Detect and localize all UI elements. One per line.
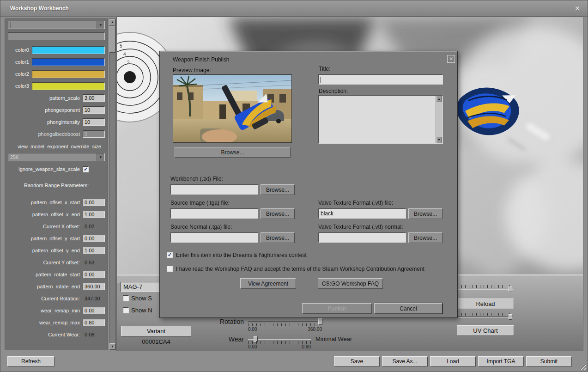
workbench-file-input[interactable] — [170, 184, 258, 195]
phongexponent-field[interactable]: 10 — [83, 106, 105, 114]
show-normal-checkbox[interactable]: Show N — [123, 307, 163, 314]
pattern-rotate-end-field[interactable]: 360.00 — [83, 283, 105, 290]
import-tga-button[interactable]: Import TGA — [478, 356, 524, 366]
title-input[interactable] — [318, 74, 443, 85]
vtf-normal-input[interactable] — [318, 232, 406, 243]
agreement-checkbox[interactable]: I have read the Workshop FAQ and accept … — [167, 266, 424, 272]
rotation-slider[interactable]: 0.00 360.00 — [248, 318, 322, 329]
window-titlebar[interactable]: Workshop Workbench ✕ — [0, 0, 588, 17]
source-normal-input[interactable] — [170, 232, 258, 243]
wear-slider[interactable]: 0.00 0.80 — [248, 336, 311, 347]
scroll-up-icon[interactable]: ▲ — [109, 19, 115, 25]
vtf-file-input[interactable] — [318, 208, 406, 219]
description-textarea[interactable]: ▲ ▼ — [318, 95, 443, 144]
phongintensity-field[interactable]: 10 — [83, 118, 105, 126]
color2-label: color2 — [8, 71, 32, 77]
checkbox-unchecked-icon[interactable] — [167, 266, 173, 272]
vtf-normal-browse-button[interactable]: Browse... — [408, 232, 443, 243]
window-resize-grip[interactable] — [579, 363, 586, 370]
description-scrollbar[interactable]: ▲ ▼ — [436, 96, 443, 143]
panel-scrollbar[interactable]: ▲ ▼ — [109, 18, 116, 350]
workshop-faq-label: CS:GO Workshop FAQ — [322, 281, 379, 287]
color2-swatch[interactable] — [32, 70, 105, 78]
source-normal-browse-button[interactable]: Browse... — [261, 232, 295, 243]
current-y-offset-value: 0.53 — [83, 260, 105, 265]
scrollbar-thumb[interactable] — [109, 26, 115, 53]
pattern-offset-x-end-label: pattern_offset_x_end — [8, 212, 83, 217]
current-rotation-label: Current Rotation: — [8, 296, 83, 301]
submit-button[interactable]: Submit — [526, 356, 572, 366]
workbench-file-label: Workbench (.txt) File: — [170, 176, 223, 182]
wear-max-label: 0.80 — [302, 344, 311, 349]
wear-remap-min-label: wear_remap_min — [8, 308, 83, 313]
cancel-button[interactable]: Cancel — [374, 303, 443, 314]
workshop-faq-button[interactable]: CS:GO Workshop FAQ — [318, 278, 383, 289]
cancel-label: Cancel — [400, 305, 417, 312]
scroll-down-icon[interactable]: ▼ — [109, 343, 115, 350]
contest-checkbox-label: Enter this item into the Dreams & Nightm… — [176, 252, 307, 258]
load-button[interactable]: Load — [430, 356, 476, 366]
import-tga-label: Import TGA — [487, 358, 515, 365]
slider-thumb[interactable] — [509, 287, 512, 292]
browse-label: Browse... — [266, 211, 289, 217]
pattern-offset-y-start-field[interactable]: 0.00 — [83, 235, 105, 242]
refresh-button[interactable]: Refresh — [7, 356, 55, 366]
view-model-size-combo[interactable]: 256 ▼ — [8, 153, 105, 161]
scroll-up-icon[interactable]: ▲ — [436, 96, 442, 102]
save-button[interactable]: Save — [334, 356, 380, 366]
source-normal-label: Source Normal (.tga) file: — [170, 224, 232, 230]
reload-button-label: Reload — [476, 300, 495, 307]
wear-remap-min-field[interactable]: 0.00 — [83, 307, 105, 314]
view-agreement-button[interactable]: View Agreement — [240, 278, 296, 289]
pattern-offset-x-start-field[interactable]: 0.00 — [83, 199, 105, 206]
color0-swatch[interactable] — [32, 46, 105, 54]
wear-remap-max-field[interactable]: 0.80 — [83, 319, 105, 326]
slider-ticks — [458, 285, 513, 288]
checkbox-icon — [123, 307, 129, 313]
show-seams-label: Show S — [131, 295, 152, 302]
workbench-browse-button[interactable]: Browse... — [261, 184, 295, 195]
right-slider-top[interactable] — [458, 285, 513, 293]
contest-checkbox[interactable]: ✓ Enter this item into the Dreams & Nigh… — [167, 252, 307, 258]
target-number: 3 — [127, 60, 130, 65]
wear-tier-label: Minimal Wear — [315, 335, 352, 342]
chevron-down-icon[interactable]: ▼ — [97, 21, 104, 29]
variant-button[interactable]: Variant — [121, 326, 191, 336]
pattern-name-input[interactable] — [8, 32, 105, 40]
preview-screenshot — [173, 75, 291, 142]
pattern-scale-label: pattern_scale — [8, 95, 83, 101]
vtf-file-browse-button[interactable]: Browse... — [408, 208, 443, 219]
show-seams-checkbox[interactable]: Show S — [123, 295, 163, 302]
source-image-browse-button[interactable]: Browse... — [261, 208, 295, 219]
dialog-close-icon[interactable]: ✕ — [447, 55, 455, 63]
color1-swatch[interactable] — [32, 58, 105, 66]
rotation-min-label: 0.00 — [248, 327, 257, 332]
pattern-scale-field[interactable]: 3.00 — [83, 94, 105, 102]
scroll-down-icon[interactable]: ▼ — [436, 137, 442, 143]
source-image-input[interactable] — [170, 208, 258, 219]
pattern-offset-x-end-field[interactable]: 1.00 — [83, 211, 105, 218]
save-as-button[interactable]: Save As... — [382, 356, 428, 366]
checkbox-checked-icon[interactable]: ✓ — [167, 252, 173, 258]
ignore-weapon-size-checkbox[interactable]: ✓ — [83, 166, 89, 172]
random-range-header: Random Range Parameters: — [8, 183, 105, 190]
pattern-offset-y-end-label: pattern_offset_y_end — [8, 248, 83, 253]
current-y-offset-label: Current Y offset: — [8, 260, 83, 265]
weapon-select-combo[interactable]: MAG-7 — [121, 282, 160, 292]
window-close-icon[interactable]: ✕ — [573, 4, 582, 12]
slider-groove — [458, 317, 513, 317]
preview-image-label: Preview Image: — [173, 67, 211, 73]
right-slider-bottom[interactable] — [458, 313, 513, 320]
finish-style-combo[interactable]: ▼ — [8, 21, 105, 29]
pattern-rotate-start-field[interactable]: 0.00 — [83, 271, 105, 278]
preview-browse-button[interactable]: Browse... — [175, 147, 291, 158]
agreement-checkbox-label: I have read the Workshop FAQ and accept … — [176, 266, 424, 272]
chevron-down-icon[interactable]: ▼ — [97, 153, 104, 161]
text-caret — [11, 22, 11, 28]
uv-chart-button[interactable]: UV Chart — [457, 325, 514, 336]
wear-remap-max-label: wear_remap_max — [8, 320, 83, 325]
color3-swatch[interactable] — [32, 82, 105, 90]
pattern-offset-y-end-field[interactable]: 1.00 — [83, 247, 105, 254]
reload-button[interactable]: Reload — [457, 299, 514, 309]
slider-thumb[interactable] — [509, 314, 512, 320]
